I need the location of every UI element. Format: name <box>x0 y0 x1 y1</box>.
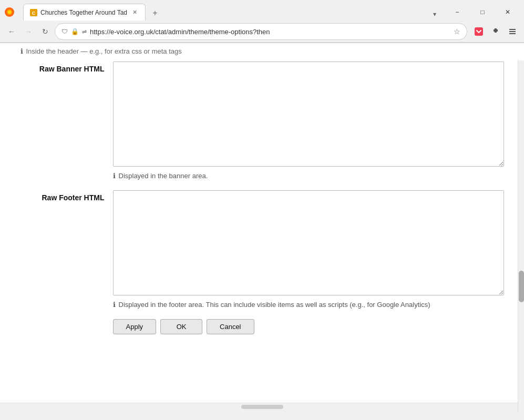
site-info-icon: ⇌ <box>82 28 87 35</box>
svg-point-2 <box>8 11 11 14</box>
banner-info-icon: ℹ <box>113 172 116 180</box>
raw-footer-label: Raw Footer HTML <box>20 190 105 202</box>
ok-button[interactable]: OK <box>160 319 202 334</box>
tab-favicon: C <box>30 9 37 16</box>
svg-text:C: C <box>32 11 36 16</box>
lock-icon: 🔒 <box>71 28 79 35</box>
apply-button[interactable]: Apply <box>113 319 157 334</box>
vertical-scrollbar[interactable] <box>518 60 524 412</box>
url-text: https://e-voice.org.uk/ctat/admin/theme/… <box>90 28 450 36</box>
address-bar[interactable]: 🛡 🔒 ⇌ https://e-voice.org.uk/ctat/admin/… <box>55 23 467 40</box>
info-icon: ℹ <box>20 47 23 55</box>
svg-rect-5 <box>475 27 483 36</box>
cancel-button[interactable]: Cancel <box>207 319 254 334</box>
horizontal-scrollbar[interactable] <box>241 405 283 409</box>
maximize-button[interactable]: □ <box>470 4 495 21</box>
footer-info-icon: ℹ <box>113 301 116 309</box>
forward-button[interactable]: → <box>21 24 36 39</box>
raw-banner-field-wrap: ℹ Displayed in the banner area. <box>113 62 504 180</box>
minimize-button[interactable]: − <box>445 4 469 21</box>
svg-rect-6 <box>509 29 516 30</box>
browser-logo <box>4 7 15 17</box>
page-content: ℹ Inside the header — e.g., for extra cs… <box>0 43 524 403</box>
tab-title: Churches Together Around Tad <box>40 9 127 16</box>
form-buttons: Apply OK Cancel <box>20 319 504 334</box>
raw-footer-hint: ℹ Displayed in the footer area. This can… <box>113 301 504 309</box>
svg-rect-7 <box>509 31 516 32</box>
horizontal-scrollbar-area <box>0 403 524 410</box>
tab-overflow-controls: ▾ <box>428 8 441 21</box>
refresh-button[interactable]: ↻ <box>38 24 53 39</box>
raw-footer-row: Raw Footer HTML ℹ Displayed in the foote… <box>20 190 504 309</box>
raw-banner-textarea[interactable] <box>113 62 504 167</box>
svg-rect-8 <box>509 33 516 34</box>
active-tab[interactable]: C Churches Together Around Tad ✕ <box>23 4 146 21</box>
extensions-button[interactable] <box>488 24 503 39</box>
header-hint: ℹ Inside the header — e.g., for extra cs… <box>20 43 504 62</box>
raw-footer-field-wrap: ℹ Displayed in the footer area. This can… <box>113 190 504 309</box>
raw-banner-label: Raw Banner HTML <box>20 62 105 73</box>
new-tab-button[interactable]: + <box>148 6 162 21</box>
back-button[interactable]: ← <box>4 24 19 39</box>
bookmark-star-icon[interactable]: ☆ <box>454 27 460 36</box>
tab-close-button[interactable]: ✕ <box>130 8 139 17</box>
close-button[interactable]: ✕ <box>496 4 520 21</box>
raw-footer-textarea[interactable] <box>113 190 504 295</box>
menu-button[interactable] <box>505 24 520 39</box>
pocket-button[interactable] <box>471 24 486 39</box>
raw-banner-hint: ℹ Displayed in the banner area. <box>113 172 504 180</box>
raw-banner-row: Raw Banner HTML ℹ Displayed in the banne… <box>20 62 504 180</box>
tab-overflow-button[interactable]: ▾ <box>428 8 441 21</box>
shield-icon: 🛡 <box>61 28 68 35</box>
